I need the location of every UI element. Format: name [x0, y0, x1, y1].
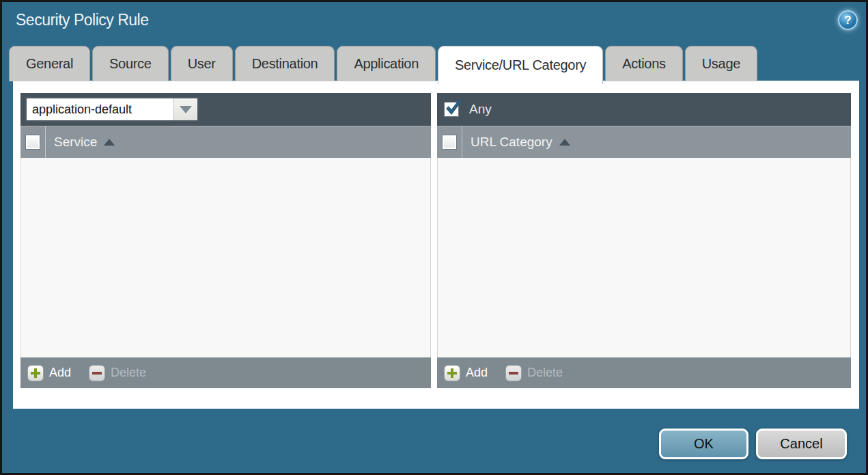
chevron-down-icon: [180, 106, 192, 113]
checkmark-icon: [444, 98, 463, 118]
url-category-delete-button[interactable]: Delete: [505, 365, 563, 381]
any-label: Any: [469, 102, 492, 117]
service-type-dropdown-button[interactable]: [173, 98, 197, 120]
url-category-list-body: [437, 158, 851, 357]
url-category-column-label: URL Category: [471, 135, 552, 150]
sort-ascending-icon: [104, 139, 115, 146]
service-add-label: Add: [49, 366, 71, 380]
tab-user[interactable]: User: [171, 46, 233, 81]
url-category-panel: Any URL Category Add: [437, 93, 851, 388]
service-column-header: Service: [20, 126, 431, 158]
any-checkbox[interactable]: [444, 102, 459, 117]
tab-destination[interactable]: Destination: [235, 46, 335, 81]
security-policy-rule-dialog: Security Policy Rule ? General Source Us…: [0, 0, 868, 475]
url-category-add-button[interactable]: Add: [444, 365, 488, 381]
service-type-input[interactable]: [27, 98, 173, 120]
service-delete-button[interactable]: Delete: [89, 365, 146, 381]
service-type-header: [20, 93, 431, 126]
tab-actions[interactable]: Actions: [605, 46, 683, 81]
url-any-header: Any: [437, 93, 851, 126]
sort-ascending-icon: [559, 139, 570, 146]
service-delete-label: Delete: [111, 366, 146, 380]
dialog-title: Security Policy Rule: [16, 11, 149, 29]
url-category-delete-label: Delete: [527, 366, 563, 380]
url-category-add-label: Add: [466, 366, 488, 380]
tab-content-panel: Service Add Delete: [13, 81, 859, 409]
plus-icon: [444, 365, 460, 381]
ok-button[interactable]: OK: [659, 429, 748, 459]
cancel-button[interactable]: Cancel: [756, 429, 847, 459]
plus-icon: [27, 365, 44, 381]
help-glyph: ?: [844, 14, 851, 27]
service-sort-header[interactable]: Service: [54, 135, 115, 150]
url-category-sort-header[interactable]: URL Category: [471, 135, 570, 150]
column-divider: [45, 126, 46, 159]
service-list-body: [20, 158, 431, 357]
help-icon[interactable]: ?: [838, 10, 858, 30]
service-toolbar: Add Delete: [20, 357, 431, 388]
url-category-select-all-checkbox[interactable]: [442, 135, 457, 150]
service-panel: Service Add Delete: [20, 93, 431, 388]
service-type-combobox: [25, 97, 199, 122]
any-row: Any: [444, 102, 492, 117]
url-category-toolbar: Add Delete: [437, 357, 851, 388]
tab-usage[interactable]: Usage: [685, 46, 757, 81]
service-select-all-checkbox[interactable]: [25, 135, 40, 150]
url-category-column-header: URL Category: [437, 126, 851, 158]
minus-icon: [505, 365, 522, 381]
tab-service-url-category[interactable]: Service/URL Category: [438, 46, 603, 84]
service-add-button[interactable]: Add: [27, 365, 71, 381]
tab-source[interactable]: Source: [92, 46, 169, 81]
tab-general[interactable]: General: [9, 46, 90, 81]
tab-application[interactable]: Application: [337, 46, 436, 81]
service-column-label: Service: [54, 135, 97, 150]
tab-bar: General Source User Destination Applicat…: [9, 46, 757, 84]
column-divider: [462, 126, 462, 159]
minus-icon: [89, 365, 105, 381]
